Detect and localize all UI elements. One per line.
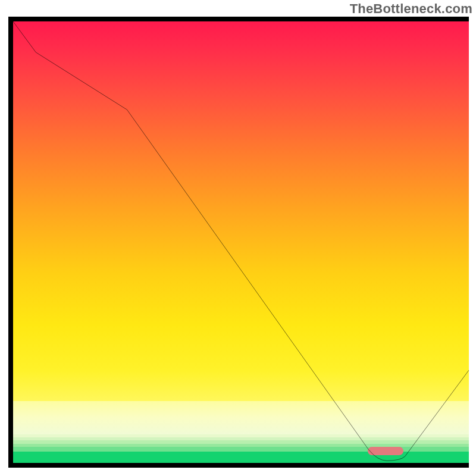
attribution-label: TheBottleneck.com [350, 1, 472, 17]
chart-container: TheBottleneck.com [0, 0, 476, 476]
performance-curve [13, 21, 469, 461]
plot-inner [13, 21, 469, 463]
plot-frame [8, 17, 469, 468]
curve-svg [13, 21, 469, 463]
